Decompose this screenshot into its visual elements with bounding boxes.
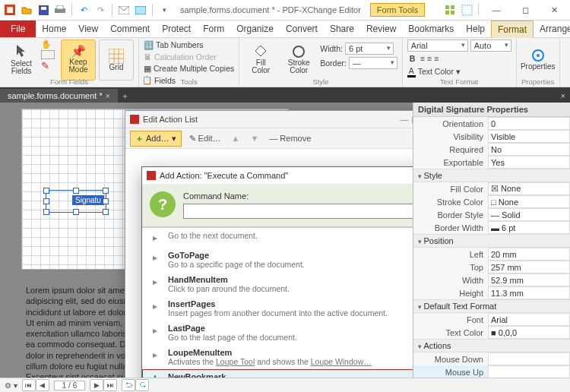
close-tab-icon[interactable]: × bbox=[106, 92, 110, 100]
stroke-color-button[interactable]: Stroke Color bbox=[282, 40, 315, 79]
ui-options-icon[interactable] bbox=[443, 3, 457, 17]
property-row[interactable]: ExportableYes bbox=[413, 156, 570, 169]
section-style[interactable]: Style bbox=[413, 169, 570, 182]
property-row[interactable]: Left20 mm bbox=[413, 248, 570, 261]
section-actions[interactable]: Actions bbox=[413, 339, 570, 352]
fill-color-button[interactable]: Fill Color bbox=[244, 40, 277, 79]
tab-bookmarks[interactable]: Bookmarks bbox=[402, 21, 460, 37]
add-action-button[interactable]: ＋Add… ▾ bbox=[130, 131, 182, 147]
property-row[interactable]: Fill Color☒ None bbox=[413, 182, 570, 195]
property-row[interactable]: Border Style— Solid bbox=[413, 208, 570, 221]
command-name-label: Command Name: bbox=[183, 191, 413, 201]
quickhelp-icon[interactable] bbox=[460, 3, 473, 17]
minus-icon: — bbox=[269, 134, 277, 143]
maximize-button[interactable]: ◻ bbox=[512, 2, 538, 18]
tab-comment[interactable]: Comment bbox=[104, 21, 156, 37]
align-right-icon[interactable]: ≡ bbox=[434, 54, 439, 63]
bold-button[interactable]: B bbox=[407, 54, 418, 63]
scan-icon[interactable] bbox=[134, 3, 147, 17]
print-icon[interactable] bbox=[53, 3, 67, 17]
select-fields-button[interactable]: Select Fields bbox=[5, 40, 38, 79]
property-row[interactable]: Height11.3 mm bbox=[413, 286, 570, 299]
command-item[interactable]: ▸LoupeMenuItemActivates the Loupe Tool a… bbox=[142, 345, 413, 369]
command-item[interactable]: ▸Go to the next document. bbox=[142, 228, 413, 248]
section-position[interactable]: Position bbox=[413, 234, 570, 248]
text-field-icon[interactable] bbox=[41, 50, 58, 59]
close-button[interactable]: ✕ bbox=[541, 2, 567, 18]
moveup-icon[interactable]: ▲ bbox=[229, 132, 243, 144]
undo-icon[interactable]: ↶ bbox=[77, 3, 90, 17]
property-row[interactable]: Stroke Color□ None bbox=[413, 195, 570, 208]
document-tab[interactable]: sample.forms.document *× bbox=[0, 89, 118, 103]
properties-button[interactable]: Properties bbox=[521, 40, 555, 79]
command-item[interactable]: ▸HandMenuItemClick to pan around the doc… bbox=[142, 272, 413, 296]
property-row[interactable]: FontArial bbox=[413, 313, 570, 326]
width-select[interactable]: 6 pt bbox=[345, 43, 394, 55]
align-center-icon[interactable]: ≡ bbox=[427, 54, 432, 63]
section-default-text-format[interactable]: Default Text Format bbox=[413, 299, 570, 313]
property-row[interactable]: Width52.9 mm bbox=[413, 273, 570, 286]
command-dropdown[interactable]: ▸Go to the next document.▸GoToPageGo to … bbox=[142, 227, 413, 378]
new-tab-button[interactable]: ＋ bbox=[118, 90, 133, 102]
width-label: Width: bbox=[320, 44, 343, 53]
signature-field-icon[interactable]: ✎ bbox=[41, 60, 58, 71]
tabstrip-close-icon[interactable]: × bbox=[556, 91, 570, 100]
command-item[interactable]: ▸GoToPageGo to a specific page of the do… bbox=[142, 248, 413, 272]
property-row[interactable]: Text Color■ 0,0,0 bbox=[413, 326, 570, 339]
svg-rect-10 bbox=[445, 11, 449, 14]
tab-convert[interactable]: Convert bbox=[280, 21, 324, 37]
qat-more-icon[interactable]: ▾ bbox=[157, 3, 171, 17]
align-left-icon[interactable]: ≡ bbox=[420, 54, 425, 63]
hand-tool-icon[interactable]: ✋ bbox=[41, 40, 58, 49]
editwin-close-icon[interactable]: — ◻ × bbox=[400, 115, 413, 125]
tab-share[interactable]: Share bbox=[324, 21, 360, 37]
command-name-combo[interactable] bbox=[183, 204, 413, 219]
open-icon[interactable] bbox=[20, 3, 33, 17]
multiple-copies-button[interactable]: ▦Create Multiple Copies bbox=[144, 63, 234, 74]
document-canvas[interactable]: Signatu Lorem ipsum dolor sit amet, cons… bbox=[0, 103, 413, 378]
movedown-icon[interactable]: ▼ bbox=[247, 132, 261, 144]
border-select[interactable]: — bbox=[349, 57, 397, 69]
tab-arrange[interactable]: Arrange bbox=[534, 21, 570, 37]
property-row[interactable]: Mouse Up bbox=[413, 365, 570, 378]
tab-home[interactable]: Home bbox=[36, 21, 72, 37]
tab-organize[interactable]: Organize bbox=[230, 21, 280, 37]
property-row[interactable]: Border Width▬ 6 pt bbox=[413, 221, 570, 234]
tab-help[interactable]: Help bbox=[460, 21, 491, 37]
tab-review[interactable]: Review bbox=[360, 21, 402, 37]
text-color-button[interactable]: AText Color ▾ bbox=[407, 65, 511, 77]
property-row[interactable]: Mouse Down bbox=[413, 352, 570, 365]
tab-numbers-button[interactable]: 🔢Tab Numbers bbox=[144, 40, 234, 51]
command-item[interactable]: ▸InsertPagesInsert pages from another do… bbox=[142, 296, 413, 321]
tab-protect[interactable]: Protect bbox=[156, 21, 197, 37]
file-tab[interactable]: File bbox=[0, 21, 36, 37]
page-nav-fwd[interactable]: ▶⏭ bbox=[90, 379, 117, 391]
history-nav[interactable]: ⮌⮎ bbox=[122, 379, 149, 391]
tab-numbers-icon: 🔢 bbox=[144, 40, 154, 50]
tab-form[interactable]: Form bbox=[197, 21, 230, 37]
tab-format[interactable]: Format bbox=[491, 21, 534, 38]
property-row[interactable]: RequiredNo bbox=[413, 143, 570, 156]
property-row[interactable]: Top257 mm bbox=[413, 261, 570, 273]
save-icon[interactable] bbox=[36, 3, 50, 17]
signature-field[interactable]: Signatu bbox=[46, 190, 106, 213]
page-nav[interactable]: ⏮◀ bbox=[22, 379, 49, 391]
mail-icon[interactable] bbox=[117, 3, 131, 17]
tab-view[interactable]: View bbox=[72, 21, 104, 37]
redo-icon[interactable]: ↷ bbox=[93, 3, 107, 17]
calc-order-button[interactable]: 🖩Calculation Order bbox=[144, 52, 234, 63]
grid-button[interactable]: Grid bbox=[99, 40, 134, 81]
svg-rect-12 bbox=[462, 5, 472, 15]
property-row[interactable]: VisibilityVisible bbox=[413, 130, 570, 143]
command-item[interactable]: ▸LastPageGo to the last page of the docu… bbox=[142, 321, 413, 345]
minimize-button[interactable]: — bbox=[483, 2, 509, 18]
page-indicator[interactable]: 1 / 6 bbox=[54, 381, 85, 390]
edit-action-button[interactable]: ✎Edit… bbox=[186, 132, 224, 145]
options-icon[interactable]: ⚙ ▾ bbox=[5, 381, 17, 390]
keep-mode-button[interactable]: 📌Keep Mode bbox=[61, 40, 96, 81]
property-row[interactable]: Orientation0 bbox=[413, 117, 570, 130]
fontsize-select[interactable]: Auto bbox=[470, 40, 511, 52]
font-select[interactable]: Arial bbox=[407, 40, 468, 52]
remove-action-button[interactable]: —Remove bbox=[266, 132, 314, 144]
group-label-tools: Tools bbox=[139, 77, 239, 86]
